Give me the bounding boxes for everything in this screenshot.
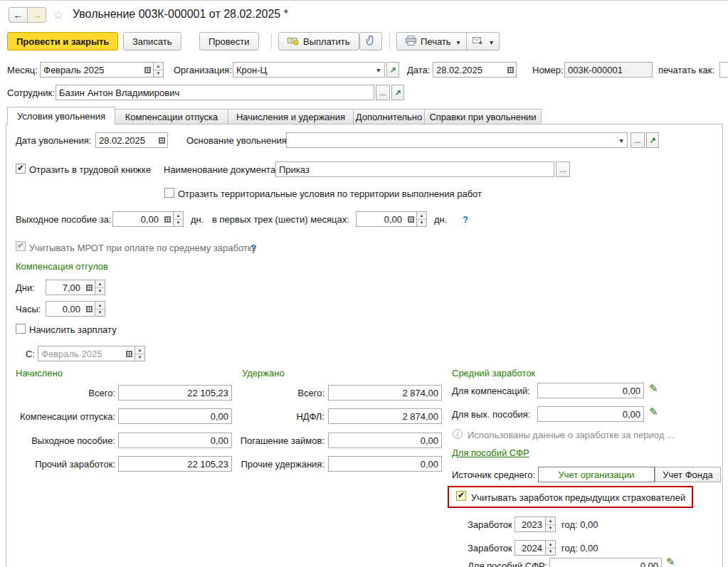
- withheld-total-value[interactable]: 2 874,00: [329, 388, 441, 398]
- first-months-value[interactable]: 0,00: [357, 214, 405, 225]
- calculator-icon[interactable]: [83, 280, 95, 295]
- hours-spinner[interactable]: [95, 301, 105, 317]
- dismissal-date-field[interactable]: 28.02.2025: [95, 132, 168, 148]
- favorite-star-icon[interactable]: [53, 8, 63, 23]
- print-button[interactable]: Печать: [396, 32, 470, 51]
- for-severance-value[interactable]: 0,00: [538, 409, 643, 420]
- employee-select-button[interactable]: ...: [376, 85, 390, 100]
- severance-days-spinner[interactable]: [173, 211, 184, 227]
- accrue-salary-label[interactable]: Начислить зарплату: [29, 324, 117, 335]
- chevron-down-icon[interactable]: [373, 63, 384, 77]
- from-value[interactable]: Февраль 2025: [38, 349, 123, 359]
- calendar-icon[interactable]: [123, 346, 134, 361]
- spin-up-icon[interactable]: [174, 212, 183, 220]
- for-severance-field[interactable]: 0,00: [537, 406, 644, 422]
- document-name-field[interactable]: Приказ: [275, 161, 554, 177]
- post-button[interactable]: Провести: [199, 32, 259, 51]
- calendar-icon[interactable]: [142, 63, 153, 77]
- accrue-salary-checkbox[interactable]: [16, 324, 26, 334]
- territorial-checkbox-label[interactable]: Отразить территориальные условия по терр…: [178, 189, 482, 199]
- calculator-icon[interactable]: [405, 212, 416, 226]
- tab-accruals-deductions[interactable]: Начисления и удержания: [228, 109, 354, 124]
- from-spinner[interactable]: [134, 346, 145, 361]
- spin-up-icon[interactable]: [417, 212, 426, 220]
- spin-down-icon[interactable]: [546, 549, 555, 556]
- withheld-loans-value[interactable]: 0,00: [329, 435, 441, 446]
- accrued-total-field[interactable]: 22 105,23: [118, 385, 232, 401]
- reason-select-button[interactable]: ...: [631, 132, 645, 148]
- spin-up-icon[interactable]: [95, 302, 105, 309]
- spin-down-icon[interactable]: [95, 288, 105, 295]
- days-field[interactable]: 7,00: [46, 280, 95, 295]
- withheld-ndfl-value[interactable]: 2 874,00: [329, 411, 441, 422]
- earnings-2023-spinner[interactable]: [545, 516, 556, 532]
- accrued-other-field[interactable]: 22 105,23: [118, 456, 232, 472]
- hours-value[interactable]: 0,00: [46, 304, 83, 314]
- organization-field[interactable]: Крон-Ц: [233, 62, 385, 78]
- month-value[interactable]: Февраль 2025: [41, 65, 142, 75]
- sfr-benefits-value[interactable]: 0,00: [550, 561, 661, 567]
- dismissal-date-value[interactable]: 28.02.2025: [96, 135, 156, 146]
- earnings-2024-year[interactable]: 2024: [515, 543, 545, 553]
- spin-down-icon[interactable]: [135, 354, 144, 361]
- earnings-2024-spinner[interactable]: [545, 540, 556, 556]
- post-and-close-button[interactable]: Провести и закрыть: [7, 32, 118, 51]
- accrued-vacation-value[interactable]: 0,00: [119, 411, 231, 422]
- spin-down-icon[interactable]: [546, 525, 555, 532]
- withheld-other-field[interactable]: 0,00: [328, 456, 442, 472]
- employee-field[interactable]: Базин Антон Владимирович: [56, 85, 374, 100]
- earnings-2023-field[interactable]: 2023: [515, 516, 546, 532]
- save-button[interactable]: Записать: [123, 32, 181, 51]
- help-icon[interactable]: ?: [463, 214, 468, 225]
- pay-button[interactable]: Выплатить: [278, 32, 359, 51]
- hours-field[interactable]: 0,00: [46, 301, 95, 317]
- organization-value[interactable]: Крон-Ц: [233, 65, 373, 75]
- tab-dismissal-certificates[interactable]: Справки при увольнении: [424, 109, 542, 124]
- source-fund-toggle[interactable]: Учет Фонда: [655, 467, 721, 482]
- edit-pencil-icon[interactable]: [666, 556, 675, 567]
- open-reason-button[interactable]: [646, 132, 659, 148]
- accrued-total-value[interactable]: 22 105,23: [119, 388, 231, 398]
- forward-button[interactable]: [27, 7, 46, 23]
- spin-down-icon[interactable]: [154, 70, 163, 78]
- reason-field[interactable]: [286, 132, 628, 148]
- sfr-benefits-link[interactable]: Для пособий СФР: [452, 447, 529, 458]
- spin-up-icon[interactable]: [154, 63, 163, 70]
- date-value[interactable]: 28.02.2025: [433, 65, 505, 75]
- calculator-icon[interactable]: [83, 302, 95, 316]
- withheld-other-value[interactable]: 0,00: [329, 459, 441, 470]
- print-as-field[interactable]: [719, 62, 728, 78]
- accrued-other-value[interactable]: 22 105,23: [119, 459, 231, 470]
- send-button[interactable]: [466, 32, 500, 51]
- employee-value[interactable]: Базин Антон Владимирович: [56, 88, 374, 98]
- accrued-severance-value[interactable]: 0,00: [119, 435, 231, 446]
- tab-vacation-compensation[interactable]: Компенсации отпуска: [115, 109, 228, 124]
- document-name-value[interactable]: Приказ: [276, 164, 554, 175]
- source-organization-toggle[interactable]: Учет организации: [538, 467, 655, 482]
- days-spinner[interactable]: [95, 280, 105, 295]
- spin-down-icon[interactable]: [417, 220, 426, 227]
- from-field[interactable]: Февраль 2025: [38, 346, 135, 361]
- edit-pencil-icon[interactable]: [649, 382, 658, 395]
- territorial-checkbox[interactable]: [164, 188, 174, 198]
- workbook-checkbox-label[interactable]: Отразить в трудовой книжке: [29, 164, 151, 175]
- first-months-field[interactable]: 0,00: [356, 211, 417, 227]
- severance-days-field[interactable]: 0,00: [112, 211, 174, 227]
- withheld-ndfl-field[interactable]: 2 874,00: [328, 408, 442, 424]
- workbook-checkbox[interactable]: [16, 164, 26, 174]
- attachments-button[interactable]: [359, 32, 382, 51]
- spin-down-icon[interactable]: [174, 220, 183, 227]
- month-field[interactable]: Февраль 2025: [40, 62, 154, 78]
- calculator-icon[interactable]: [162, 212, 173, 226]
- date-field[interactable]: 28.02.2025: [433, 62, 517, 78]
- open-employee-button[interactable]: [391, 85, 404, 100]
- chevron-down-icon[interactable]: [616, 133, 627, 147]
- tab-dismissal-conditions[interactable]: Условия увольнения: [7, 107, 115, 124]
- spin-up-icon[interactable]: [135, 346, 144, 354]
- calendar-icon[interactable]: [505, 63, 516, 77]
- sfr-benefits-field[interactable]: 0,00: [549, 558, 662, 567]
- first-months-spinner[interactable]: [416, 211, 427, 227]
- calendar-icon[interactable]: [156, 133, 167, 147]
- for-compensation-field[interactable]: 0,00: [537, 383, 644, 398]
- spin-up-icon[interactable]: [546, 517, 555, 525]
